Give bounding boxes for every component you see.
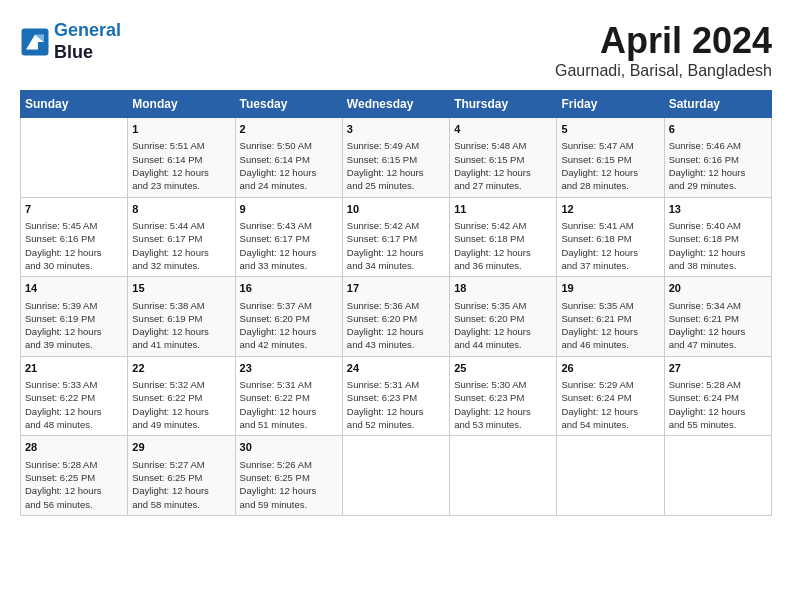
cell-info-line: and 32 minutes.	[132, 259, 230, 272]
day-number: 1	[132, 122, 230, 137]
cell-info-line: Sunrise: 5:30 AM	[454, 378, 552, 391]
cell-info-line: Daylight: 12 hours	[240, 166, 338, 179]
cell-info-line: Sunrise: 5:33 AM	[25, 378, 123, 391]
cell-info-line: and 42 minutes.	[240, 338, 338, 351]
cell-info-line: Daylight: 12 hours	[561, 166, 659, 179]
calendar-week-row: 1Sunrise: 5:51 AMSunset: 6:14 PMDaylight…	[21, 118, 772, 198]
cell-info-line: and 41 minutes.	[132, 338, 230, 351]
calendar-week-row: 21Sunrise: 5:33 AMSunset: 6:22 PMDayligh…	[21, 356, 772, 436]
cell-info-line: Daylight: 12 hours	[347, 405, 445, 418]
day-number: 26	[561, 361, 659, 376]
cell-info-line: Sunset: 6:19 PM	[132, 312, 230, 325]
calendar-cell: 24Sunrise: 5:31 AMSunset: 6:23 PMDayligh…	[342, 356, 449, 436]
day-number: 5	[561, 122, 659, 137]
cell-info-line: Sunset: 6:22 PM	[132, 391, 230, 404]
calendar-cell: 27Sunrise: 5:28 AMSunset: 6:24 PMDayligh…	[664, 356, 771, 436]
calendar-cell: 20Sunrise: 5:34 AMSunset: 6:21 PMDayligh…	[664, 277, 771, 357]
cell-info-line: Sunrise: 5:43 AM	[240, 219, 338, 232]
calendar-cell: 19Sunrise: 5:35 AMSunset: 6:21 PMDayligh…	[557, 277, 664, 357]
logo-icon	[20, 27, 50, 57]
cell-info-line: Sunset: 6:17 PM	[240, 232, 338, 245]
cell-info-line: Sunrise: 5:46 AM	[669, 139, 767, 152]
calendar-week-row: 14Sunrise: 5:39 AMSunset: 6:19 PMDayligh…	[21, 277, 772, 357]
cell-info-line: Sunset: 6:17 PM	[132, 232, 230, 245]
cell-info-line: Sunset: 6:25 PM	[132, 471, 230, 484]
cell-info-line: Sunrise: 5:47 AM	[561, 139, 659, 152]
cell-info-line: Daylight: 12 hours	[669, 325, 767, 338]
header-tuesday: Tuesday	[235, 91, 342, 118]
calendar-cell	[21, 118, 128, 198]
cell-info-line: Daylight: 12 hours	[561, 405, 659, 418]
cell-info-line: Sunrise: 5:35 AM	[561, 299, 659, 312]
cell-info-line: Daylight: 12 hours	[561, 246, 659, 259]
cell-info-line: and 53 minutes.	[454, 418, 552, 431]
cell-info-line: Daylight: 12 hours	[132, 166, 230, 179]
cell-info-line: and 39 minutes.	[25, 338, 123, 351]
calendar-cell: 29Sunrise: 5:27 AMSunset: 6:25 PMDayligh…	[128, 436, 235, 516]
cell-info-line: and 49 minutes.	[132, 418, 230, 431]
calendar-cell	[664, 436, 771, 516]
calendar-cell: 18Sunrise: 5:35 AMSunset: 6:20 PMDayligh…	[450, 277, 557, 357]
cell-info-line: and 25 minutes.	[347, 179, 445, 192]
month-year-title: April 2024	[555, 20, 772, 62]
cell-info-line: Daylight: 12 hours	[561, 325, 659, 338]
calendar-cell: 14Sunrise: 5:39 AMSunset: 6:19 PMDayligh…	[21, 277, 128, 357]
logo-blue: Blue	[54, 42, 121, 64]
cell-info-line: Sunrise: 5:26 AM	[240, 458, 338, 471]
day-number: 21	[25, 361, 123, 376]
calendar-cell: 9Sunrise: 5:43 AMSunset: 6:17 PMDaylight…	[235, 197, 342, 277]
cell-info-line: and 30 minutes.	[25, 259, 123, 272]
cell-info-line: Sunset: 6:18 PM	[669, 232, 767, 245]
cell-info-line: Daylight: 12 hours	[669, 246, 767, 259]
calendar-cell: 2Sunrise: 5:50 AMSunset: 6:14 PMDaylight…	[235, 118, 342, 198]
cell-info-line: Sunset: 6:16 PM	[669, 153, 767, 166]
cell-info-line: Sunrise: 5:40 AM	[669, 219, 767, 232]
calendar-table: SundayMondayTuesdayWednesdayThursdayFrid…	[20, 90, 772, 516]
cell-info-line: Daylight: 12 hours	[25, 246, 123, 259]
header-sunday: Sunday	[21, 91, 128, 118]
calendar-cell	[557, 436, 664, 516]
day-number: 11	[454, 202, 552, 217]
calendar-cell: 15Sunrise: 5:38 AMSunset: 6:19 PMDayligh…	[128, 277, 235, 357]
day-number: 4	[454, 122, 552, 137]
calendar-week-row: 28Sunrise: 5:28 AMSunset: 6:25 PMDayligh…	[21, 436, 772, 516]
day-number: 10	[347, 202, 445, 217]
cell-info-line: and 33 minutes.	[240, 259, 338, 272]
day-number: 17	[347, 281, 445, 296]
calendar-cell: 30Sunrise: 5:26 AMSunset: 6:25 PMDayligh…	[235, 436, 342, 516]
calendar-cell: 12Sunrise: 5:41 AMSunset: 6:18 PMDayligh…	[557, 197, 664, 277]
day-number: 29	[132, 440, 230, 455]
cell-info-line: Daylight: 12 hours	[132, 405, 230, 418]
cell-info-line: Sunrise: 5:37 AM	[240, 299, 338, 312]
calendar-cell: 22Sunrise: 5:32 AMSunset: 6:22 PMDayligh…	[128, 356, 235, 436]
cell-info-line: Sunset: 6:25 PM	[240, 471, 338, 484]
cell-info-line: Sunrise: 5:51 AM	[132, 139, 230, 152]
header-thursday: Thursday	[450, 91, 557, 118]
cell-info-line: and 52 minutes.	[347, 418, 445, 431]
cell-info-line: Sunset: 6:23 PM	[347, 391, 445, 404]
cell-info-line: Sunrise: 5:50 AM	[240, 139, 338, 152]
day-number: 18	[454, 281, 552, 296]
cell-info-line: and 37 minutes.	[561, 259, 659, 272]
calendar-cell: 21Sunrise: 5:33 AMSunset: 6:22 PMDayligh…	[21, 356, 128, 436]
cell-info-line: Sunrise: 5:48 AM	[454, 139, 552, 152]
cell-info-line: and 29 minutes.	[669, 179, 767, 192]
cell-info-line: and 27 minutes.	[454, 179, 552, 192]
day-number: 20	[669, 281, 767, 296]
day-number: 24	[347, 361, 445, 376]
day-number: 6	[669, 122, 767, 137]
cell-info-line: Sunrise: 5:41 AM	[561, 219, 659, 232]
cell-info-line: Daylight: 12 hours	[454, 246, 552, 259]
header-wednesday: Wednesday	[342, 91, 449, 118]
cell-info-line: Daylight: 12 hours	[240, 246, 338, 259]
calendar-cell: 6Sunrise: 5:46 AMSunset: 6:16 PMDaylight…	[664, 118, 771, 198]
cell-info-line: Sunrise: 5:39 AM	[25, 299, 123, 312]
cell-info-line: Sunrise: 5:31 AM	[347, 378, 445, 391]
calendar-cell: 10Sunrise: 5:42 AMSunset: 6:17 PMDayligh…	[342, 197, 449, 277]
cell-info-line: Daylight: 12 hours	[25, 484, 123, 497]
cell-info-line: Daylight: 12 hours	[25, 325, 123, 338]
cell-info-line: Sunset: 6:20 PM	[347, 312, 445, 325]
cell-info-line: and 24 minutes.	[240, 179, 338, 192]
cell-info-line: Sunrise: 5:38 AM	[132, 299, 230, 312]
cell-info-line: Daylight: 12 hours	[240, 325, 338, 338]
